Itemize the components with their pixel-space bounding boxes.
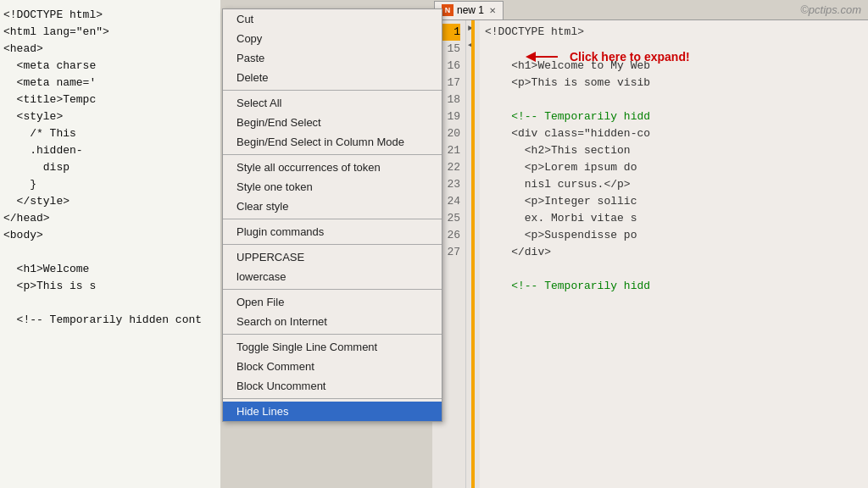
menu-item-style-all[interactable]: Style all occurrences of token bbox=[223, 158, 442, 177]
code-line-23b: ex. Morbi vitae s bbox=[485, 210, 863, 227]
code-line-26 bbox=[485, 261, 863, 278]
menu-item-delete[interactable]: Delete bbox=[223, 68, 442, 87]
code-line-23: <p>Integer sollic bbox=[485, 193, 863, 210]
tab-close-button[interactable]: ✕ bbox=[489, 6, 496, 15]
menu-item-open-file[interactable]: Open File bbox=[223, 292, 442, 312]
code-body: 1 15 16 17 18 19 20 21 22 23 24 25 26 27… bbox=[432, 20, 868, 488]
code-line-18 bbox=[485, 92, 863, 108]
menu-item-clear-style[interactable]: Clear style bbox=[223, 197, 442, 216]
code-line-27: <!-- Temporarily hidd bbox=[485, 278, 863, 295]
tab-new1[interactable]: N new 1 ✕ bbox=[434, 1, 504, 19]
code-line-21: <h2>This section bbox=[485, 142, 863, 159]
menu-item-select-all[interactable]: Select All bbox=[223, 93, 442, 113]
menu-item-cut[interactable]: Cut bbox=[223, 9, 442, 29]
annotation-text: Click here to expand! bbox=[570, 50, 690, 64]
menu-item-plugin-commands[interactable]: Plugin commands bbox=[223, 222, 442, 241]
menu-item-begin-end-column[interactable]: Begin/End Select in Column Mode bbox=[223, 132, 442, 152]
menu-item-block-uncomment[interactable]: Block Uncomment bbox=[223, 376, 442, 396]
context-menu: Cut Copy Paste Delete Select All Begin/E… bbox=[222, 8, 442, 422]
tab-bar: N new 1 ✕ ©pctips.com bbox=[432, 0, 868, 20]
menu-item-block-comment[interactable]: Block Comment bbox=[223, 357, 442, 376]
menu-item-copy[interactable]: Copy bbox=[223, 29, 442, 48]
code-line-22: <p>Lorem ipsum do bbox=[485, 159, 863, 176]
menu-item-uppercase[interactable]: UPPERCASE bbox=[223, 247, 442, 267]
separator-1 bbox=[223, 90, 442, 91]
code-line-1: <!DOCTYPE html> bbox=[485, 24, 863, 41]
menu-item-style-one[interactable]: Style one token bbox=[223, 177, 442, 197]
separator-3 bbox=[223, 219, 442, 219]
separator-2 bbox=[223, 154, 442, 155]
menu-item-hide-lines[interactable]: Hide Lines bbox=[223, 402, 442, 421]
menu-item-toggle-comment[interactable]: Toggle Single Line Comment bbox=[223, 337, 442, 357]
code-content: Click here to expand! <!DOCTYPE html> <h… bbox=[480, 20, 868, 488]
code-line-19: <!-- Temporarily hidd bbox=[485, 108, 863, 125]
menu-item-begin-end-select[interactable]: Begin/End Select bbox=[223, 113, 442, 132]
code-line-22b: nisl cursus.</p> bbox=[485, 176, 863, 193]
code-panel: N new 1 ✕ ©pctips.com 1 15 16 17 18 19 2… bbox=[432, 0, 868, 488]
code-line-24: <p>Suspendisse po bbox=[485, 227, 863, 244]
code-line-17: <p>This is some visib bbox=[485, 75, 863, 92]
separator-6 bbox=[223, 334, 442, 335]
arrow-svg bbox=[524, 44, 566, 69]
tab-name: new 1 bbox=[457, 4, 484, 16]
menu-item-search-internet[interactable]: Search on Internet bbox=[223, 312, 442, 331]
editor-background: <!DOCTYPE html> <html lang="en"> <head> … bbox=[0, 0, 220, 488]
orange-bar bbox=[471, 20, 475, 488]
menu-item-paste[interactable]: Paste bbox=[223, 48, 442, 68]
code-line-25: </div> bbox=[485, 244, 863, 261]
tab-icon: N bbox=[442, 4, 453, 16]
code-line-20: <div class="hidden-co bbox=[485, 125, 863, 142]
arrow-annotation: Click here to expand! bbox=[524, 44, 690, 69]
separator-4 bbox=[223, 244, 442, 245]
menu-item-lowercase[interactable]: lowercase bbox=[223, 267, 442, 286]
watermark: ©pctips.com bbox=[800, 3, 861, 16]
separator-5 bbox=[223, 289, 442, 290]
separator-7 bbox=[223, 398, 442, 399]
